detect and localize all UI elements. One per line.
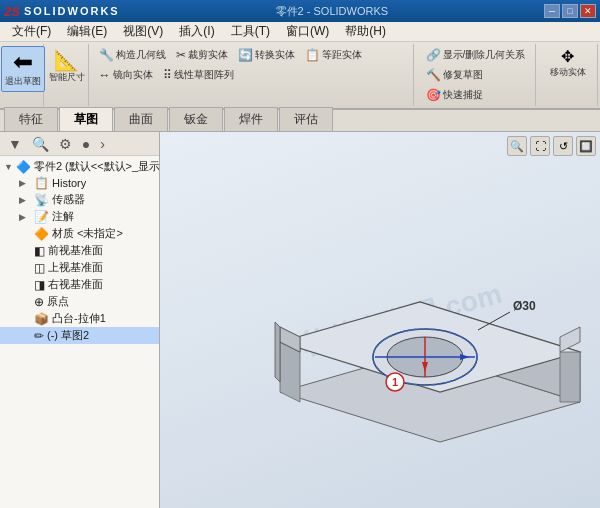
tree-item-history[interactable]: ▶ 📋 History xyxy=(0,175,159,191)
tab-bar: 特征 草图 曲面 钣金 焊件 评估 xyxy=(0,110,600,132)
view-controls: 🔍 ⛶ ↺ 🔲 xyxy=(507,136,596,156)
tab-sketch[interactable]: 草图 xyxy=(59,107,113,131)
svg-text:Ø30: Ø30 xyxy=(513,299,536,313)
sensors-expand-icon: ▶ xyxy=(19,195,31,205)
menu-window[interactable]: 窗口(W) xyxy=(278,21,337,42)
view-orient-button[interactable]: 🔲 xyxy=(576,136,596,156)
move-entity-label: 移动实体 xyxy=(550,66,586,79)
menu-file[interactable]: 文件(F) xyxy=(4,21,59,42)
convert-entity-icon: 🔄 xyxy=(238,48,253,62)
convert-entity-button[interactable]: 🔄 转换实体 xyxy=(234,46,299,64)
ds-logo: 2S xyxy=(4,4,20,19)
part-3d-view: 1 Ø30 xyxy=(220,152,600,492)
exit-sketch-label: 退出草图 xyxy=(5,75,41,88)
exit-sketch-icon: ⬅ xyxy=(13,50,33,74)
tree-history-label: History xyxy=(52,177,86,189)
ribbon-toolbar: ⬅ 退出草图 📐 智能尺寸 🔧 构造几何线 ✂ 裁剪实体 🔄 xyxy=(0,42,600,110)
svg-text:1: 1 xyxy=(392,376,398,388)
show-delete-relations-button[interactable]: 🔗 显示/删除几何关系 xyxy=(422,46,530,64)
feature-settings-button[interactable]: ⚙ xyxy=(55,134,76,154)
smart-dimension-icon: 📐 xyxy=(54,50,79,70)
tree-item-origin[interactable]: ⊕ 原点 xyxy=(0,293,159,310)
fit-view-button[interactable]: ⛶ xyxy=(530,136,550,156)
fix-sketch-button[interactable]: 🔨 修复草图 xyxy=(422,66,487,84)
tree-item-front-plane[interactable]: ◧ 前视基准面 xyxy=(0,242,159,259)
mirror-entity-button[interactable]: ↔ 镜向实体 xyxy=(95,66,157,84)
annotations-expand-icon: ▶ xyxy=(19,212,31,222)
menu-tools[interactable]: 工具(T) xyxy=(223,21,278,42)
origin-icon: ⊕ xyxy=(34,295,44,309)
feature-expand-button[interactable]: › xyxy=(96,134,109,154)
offset-entity-button[interactable]: 📋 等距实体 xyxy=(301,46,366,64)
menu-insert[interactable]: 插入(I) xyxy=(171,21,222,42)
logo: 2S SOLIDWORKS xyxy=(4,4,120,19)
linear-pattern-label: 线性草图阵列 xyxy=(174,68,234,82)
tree-item-sensors[interactable]: ▶ 📡 传感器 xyxy=(0,191,159,208)
tab-evaluate[interactable]: 评估 xyxy=(279,107,333,131)
minimize-button[interactable]: ─ xyxy=(544,4,560,18)
menu-help[interactable]: 帮助(H) xyxy=(337,21,394,42)
right-plane-icon: ◨ xyxy=(34,278,45,292)
move-entity-button[interactable]: ✥ 移动实体 xyxy=(546,46,590,82)
tab-sheetmetal[interactable]: 钣金 xyxy=(169,107,223,131)
smart-dimension-label: 智能尺寸 xyxy=(49,71,85,84)
svg-marker-8 xyxy=(275,322,280,382)
tree-item-top-plane[interactable]: ◫ 上视基准面 xyxy=(0,259,159,276)
tree-root-label: 零件2 (默认<<默认>_显示状态 1>) xyxy=(34,159,159,174)
quick-snap-button[interactable]: 🎯 快速捕捉 xyxy=(422,86,487,104)
fix-sketch-icon: 🔨 xyxy=(426,68,441,82)
menu-view[interactable]: 视图(V) xyxy=(115,21,171,42)
tree-item-right-plane[interactable]: ◨ 右视基准面 xyxy=(0,276,159,293)
tree-item-sketch2[interactable]: ✏ (-) 草图2 xyxy=(0,327,159,344)
feature-toolbar: ▼ 🔍 ⚙ ● › xyxy=(0,132,159,156)
mirror-entity-icon: ↔ xyxy=(99,68,111,82)
feature-circle-button[interactable]: ● xyxy=(78,134,94,154)
ribbon-group-dimension: 📐 智能尺寸 xyxy=(46,44,88,106)
svg-marker-4 xyxy=(560,352,580,402)
mirror-entity-label: 镜向实体 xyxy=(113,68,153,82)
sensors-icon: 📡 xyxy=(34,193,49,207)
exit-sketch-button[interactable]: ⬅ 退出草图 xyxy=(1,46,45,92)
tree-item-annotations[interactable]: ▶ 📝 注解 xyxy=(0,208,159,225)
quick-snap-label: 快速捕捉 xyxy=(443,88,483,102)
feature-filter-button[interactable]: ▼ xyxy=(4,134,26,154)
tree-sensors-label: 传感器 xyxy=(52,192,85,207)
tab-features[interactable]: 特征 xyxy=(4,107,58,131)
feature-search-button[interactable]: 🔍 xyxy=(28,134,53,154)
zoom-button[interactable]: 🔍 xyxy=(507,136,527,156)
top-plane-icon: ◫ xyxy=(34,261,45,275)
trim-entity-button[interactable]: ✂ 裁剪实体 xyxy=(172,46,232,64)
rotate-button[interactable]: ↺ xyxy=(553,136,573,156)
sw-logo: SOLIDWORKS xyxy=(24,5,120,17)
offset-entity-icon: 📋 xyxy=(305,48,320,62)
tab-weldments[interactable]: 焊件 xyxy=(224,107,278,131)
close-button[interactable]: ✕ xyxy=(580,4,596,18)
tree-item-material[interactable]: 🔶 材质 <未指定> xyxy=(0,225,159,242)
part-icon: 🔷 xyxy=(16,160,31,174)
tree-item-extrude1[interactable]: 📦 凸台-拉伸1 xyxy=(0,310,159,327)
offset-entity-label: 等距实体 xyxy=(322,48,362,62)
construct-geometry-icon: 🔧 xyxy=(99,48,114,62)
fix-sketch-label: 修复草图 xyxy=(443,68,483,82)
menu-bar: 文件(F) 编辑(E) 视图(V) 插入(I) 工具(T) 窗口(W) 帮助(H… xyxy=(0,22,600,42)
maximize-button[interactable]: □ xyxy=(562,4,578,18)
ribbon-group-exit: ⬅ 退出草图 xyxy=(2,44,44,106)
window-title: 零件2 - SOLIDWORKS xyxy=(276,4,388,19)
tree-root[interactable]: ▼ 🔷 零件2 (默认<<默认>_显示状态 1>) xyxy=(0,158,159,175)
linear-pattern-button[interactable]: ⠿ 线性草图阵列 xyxy=(159,66,238,84)
title-bar: 2S SOLIDWORKS 零件2 - SOLIDWORKS ─ □ ✕ xyxy=(0,0,600,22)
tree-origin-label: 原点 xyxy=(47,294,69,309)
smart-dimension-button[interactable]: 📐 智能尺寸 xyxy=(45,46,89,88)
tab-surface[interactable]: 曲面 xyxy=(114,107,168,131)
menu-edit[interactable]: 编辑(E) xyxy=(59,21,115,42)
tree-extrude1-label: 凸台-拉伸1 xyxy=(52,311,106,326)
window-controls: ─ □ ✕ xyxy=(544,4,596,18)
material-icon: 🔶 xyxy=(34,227,49,241)
history-icon: 📋 xyxy=(34,176,49,190)
tree-sketch2-label: (-) 草图2 xyxy=(47,328,89,343)
construct-geometry-button[interactable]: 🔧 构造几何线 xyxy=(95,46,170,64)
viewport[interactable]: 软件自学网.com xyxy=(160,132,600,508)
feature-tree-panel: ▼ 🔍 ⚙ ● › ▼ 🔷 零件2 (默认<<默认>_显示状态 1>) ▶ 📋 … xyxy=(0,132,160,508)
history-expand-icon: ▶ xyxy=(19,178,31,188)
tree-material-label: 材质 <未指定> xyxy=(52,226,123,241)
